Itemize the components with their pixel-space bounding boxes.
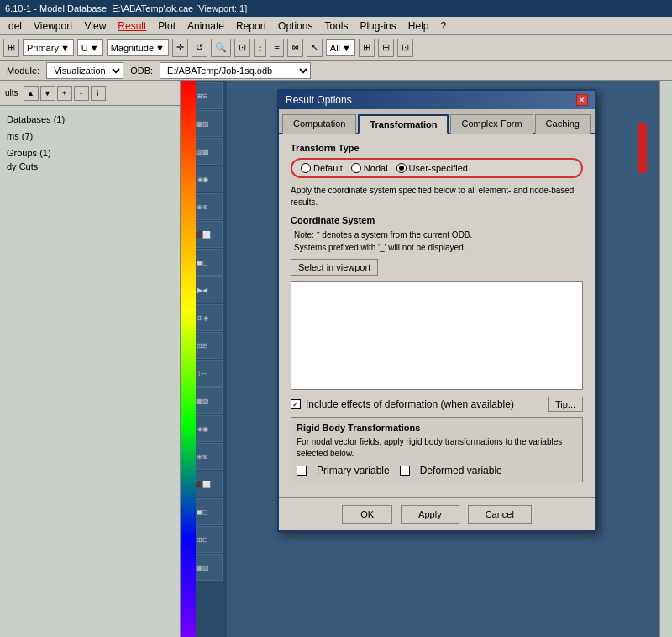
tabs-row: Computation Transformation Complex Form … [279, 109, 595, 134]
right-strip [659, 81, 672, 637]
radio-group-transform: Default Nodal User-specified [291, 158, 583, 178]
all-dropdown[interactable]: All ▼ [326, 39, 355, 56]
toolbar-icon1[interactable]: ⊞ [3, 39, 19, 57]
dialog-close-btn[interactable]: ✕ [576, 94, 588, 106]
dialog-content: Transform Type Default Nodal User-specif… [279, 134, 595, 497]
coord-system-listbox[interactable] [291, 281, 583, 390]
u-dropdown[interactable]: U ▼ [77, 39, 103, 56]
magnitude-dropdown[interactable]: Magnitude ▼ [107, 39, 169, 56]
toolbar-icon6[interactable]: ≡ [270, 39, 283, 57]
rigid-body-section: Rigid Body Transformations For nodal vec… [291, 417, 583, 482]
tab-computation[interactable]: Computation [282, 114, 356, 134]
menu-plugins[interactable]: Plug-ins [354, 19, 401, 33]
center-content: Result Options ✕ Computation Transformat… [227, 81, 659, 637]
panel-title: ults [2, 87, 22, 99]
menu-viewport[interactable]: Viewport [29, 19, 77, 33]
menu-result[interactable]: Result [113, 19, 151, 33]
toolbar-cursor[interactable]: ↖ [307, 39, 323, 57]
include-effects-row: Include effects of deformation (when ava… [291, 397, 583, 412]
toolbar-rotate[interactable]: ↺ [192, 39, 207, 57]
odb-select[interactable]: E:/ABATemp/Job-1sq.odb [160, 62, 311, 79]
magnitude-arrow: ▼ [155, 43, 165, 53]
toolbar-icon8[interactable]: ⊞ [359, 39, 375, 57]
deformed-variable-checkbox[interactable] [400, 466, 410, 476]
coord-section: Coordinate System Note: * denotes a syst… [291, 215, 583, 390]
scroll-down-btn[interactable]: ▼ [40, 86, 55, 101]
left-panel-toolbar: ults ▲ ▼ + - i [0, 81, 180, 106]
menu-view[interactable]: View [80, 19, 112, 33]
radio-nodal-btn[interactable] [351, 163, 361, 173]
tab-transformation[interactable]: Transformation [358, 114, 449, 134]
module-select[interactable]: Visualization [46, 62, 123, 79]
note-line2: Systems prefixed with '_' will not be di… [294, 243, 465, 252]
scroll-up-btn[interactable]: ▲ [24, 86, 39, 101]
radio-user-specified-label: User-specified [409, 163, 468, 173]
select-viewport-btn[interactable]: Select in viewport [291, 259, 378, 276]
radio-default[interactable]: Default [301, 163, 343, 173]
radio-user-specified-btn[interactable] [396, 163, 407, 173]
menu-options[interactable]: Options [273, 19, 318, 33]
dialog-overflow-indicator [638, 123, 647, 173]
menu-plot[interactable]: Plot [153, 19, 181, 33]
radio-default-btn[interactable] [301, 163, 311, 173]
tree-item-dycuts[interactable]: dy Cuts [7, 160, 173, 173]
primary-label: Primary [27, 43, 59, 53]
primary-arrow: ▼ [60, 43, 70, 53]
menu-animate[interactable]: Animate [182, 19, 229, 33]
expand-btn[interactable]: + [57, 86, 72, 101]
info-btn[interactable]: i [91, 86, 106, 101]
apply-button[interactable]: Apply [401, 505, 459, 524]
toolbar-zoom[interactable]: 🔍 [211, 39, 231, 57]
radio-nodal[interactable]: Nodal [351, 163, 388, 173]
apply-label: Apply [418, 509, 442, 519]
toolbar-icon9[interactable]: ⊟ [378, 39, 394, 57]
toolbar-fit[interactable]: ⊡ [234, 39, 250, 57]
dialog-titlebar: Result Options ✕ [279, 91, 595, 109]
left-panel: ults ▲ ▼ + - i Databases (1) ms (7) Grou… [0, 81, 181, 637]
toolbar-move[interactable]: ✛ [172, 39, 188, 57]
toolbar-icon7[interactable]: ⊗ [287, 39, 303, 57]
toolbar-pan[interactable]: ↕ [254, 39, 267, 57]
cancel-button[interactable]: Cancel [468, 505, 532, 524]
tab-complexform[interactable]: Complex Form [450, 114, 533, 134]
collapse-btn[interactable]: - [74, 86, 89, 101]
menu-tools[interactable]: Tools [319, 19, 353, 33]
tree-item-groups[interactable]: Groups (1) [7, 146, 173, 160]
all-label: All [330, 43, 340, 53]
title-bar: 6.10-1 - Model Database: E:\ABATemp\ok.c… [0, 0, 672, 17]
coord-note: Note: * denotes a system from the curren… [291, 229, 583, 254]
dialog-buttons: OK Apply Cancel [279, 497, 595, 530]
magnitude-label: Magnitude [111, 43, 154, 53]
left-tree: Databases (1) ms (7) Groups (1) dy Cuts [0, 106, 180, 637]
toolbar-icon10[interactable]: ⊡ [397, 39, 413, 57]
menu-del[interactable]: del [3, 19, 27, 33]
menu-question[interactable]: ? [435, 19, 451, 33]
apply-description: Apply the coordinate system specified be… [291, 185, 583, 208]
ok-label: OK [360, 509, 374, 519]
tree-item-databases[interactable]: Databases (1) [7, 113, 173, 126]
menu-help[interactable]: Help [403, 19, 434, 33]
dialog-title: Result Options [286, 94, 352, 106]
module-bar: Module: Visualization ODB: E:/ABATemp/Jo… [0, 61, 672, 81]
tab-caching[interactable]: Caching [535, 114, 591, 134]
tip-label: Tip... [555, 399, 575, 409]
radio-user-specified[interactable]: User-specified [396, 163, 468, 173]
menu-report[interactable]: Report [231, 19, 271, 33]
primary-variable-label: Primary variable [317, 465, 390, 476]
all-arrow: ▼ [342, 43, 351, 53]
include-effects-checkbox[interactable] [291, 399, 301, 409]
u-arrow: ▼ [90, 43, 99, 53]
radio-nodal-label: Nodal [364, 163, 388, 173]
toolbar: ⊞ Primary ▼ U ▼ Magnitude ▼ ✛ ↺ 🔍 ⊡ ↕ ≡ … [0, 35, 672, 61]
include-effects-label: Include effects of deformation (when ava… [306, 398, 514, 410]
tree-item-ms[interactable]: ms (7) [7, 129, 173, 143]
primary-dropdown[interactable]: Primary ▼ [23, 39, 74, 56]
primary-variable-checkbox[interactable] [297, 466, 307, 476]
title-text: 6.10-1 - Model Database: E:\ABATemp\ok.c… [5, 3, 247, 13]
cancel-label: Cancel [486, 509, 514, 519]
ok-button[interactable]: OK [342, 505, 392, 524]
tip-btn[interactable]: Tip... [548, 397, 583, 412]
tab-transformation-label: Transformation [370, 119, 437, 129]
tab-caching-label: Caching [546, 118, 580, 129]
module-label: Module: [7, 66, 39, 76]
